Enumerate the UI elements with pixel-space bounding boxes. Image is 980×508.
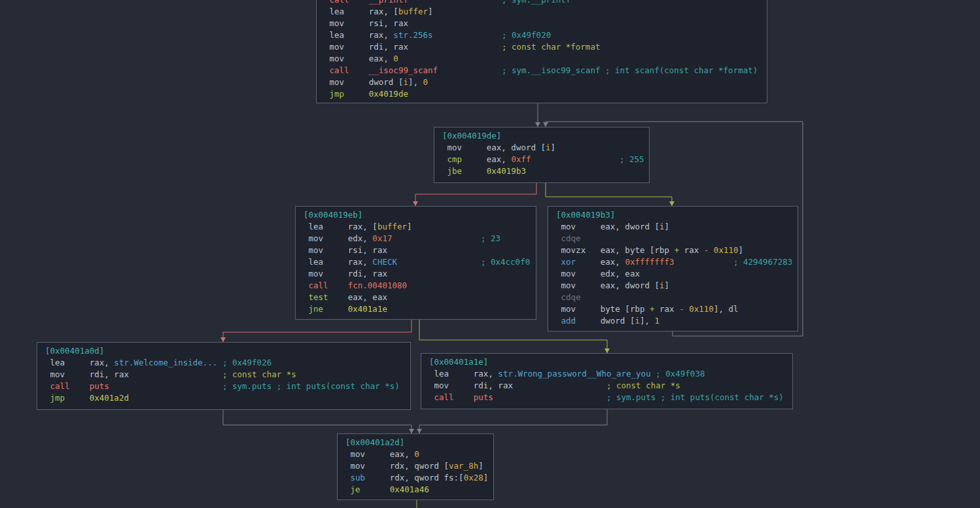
asm-token: mov rsi, rax — [324, 18, 408, 28]
asm-line: mov eax, 0 — [345, 449, 491, 460]
asm-line: jne 0x401a1e — [304, 303, 533, 315]
asm-line: mov rdi, rax ; const char *format — [324, 41, 764, 53]
asm-token: xor — [556, 257, 601, 267]
asm-token: 0x401a2d — [90, 393, 129, 403]
asm-token: mov rdi, rax — [429, 381, 513, 390]
asm-line: call fcn.00401080 — [304, 280, 533, 292]
asm-token: 0x401a46 — [390, 484, 429, 494]
asm-token: call __printf — [324, 0, 408, 5]
asm-token: 0 — [423, 77, 429, 87]
asm-token: buffer — [377, 222, 407, 231]
asm-token — [129, 369, 222, 379]
asm-token: 0 — [393, 54, 398, 63]
asm-line: lea rax, str.Wrong_password__Who_are_you… — [429, 368, 790, 380]
asm-line: cmp eax, 0xff ; 255 — [442, 154, 646, 165]
asm-line: jmp 0x4019de — [324, 88, 764, 100]
asm-token — [513, 381, 606, 390]
asm-line: mov eax, 0 — [324, 53, 764, 65]
asm-token: mov rdi, rax — [45, 369, 129, 379]
asm-token: ; sym.__printf — [502, 0, 570, 5]
asm-token: 0x4019de — [369, 89, 408, 99]
asm-token — [709, 245, 714, 255]
asm-token: ] — [483, 473, 489, 483]
asm-token: ; sym.puts ; int puts(const char *s) — [606, 392, 784, 402]
asm-token: cmp — [442, 154, 487, 164]
asm-token: mov rdx, qword [ — [345, 461, 449, 471]
asm-token: mov eax, dword [ — [442, 143, 546, 152]
asm-token: CHECK — [372, 257, 397, 267]
asm-token: cdqe — [556, 292, 581, 302]
asm-token — [392, 233, 480, 243]
asm-line: lea rax, CHECK ; 0x4cc0f0 — [304, 256, 533, 268]
asm-token: ; 23 — [481, 233, 500, 243]
asm-line: mov rdi, rax — [304, 268, 533, 280]
edge-arrowhead — [543, 122, 548, 127]
asm-line: mov rsi, rax — [324, 18, 764, 29]
basic-block-0x00401a0d[interactable]: [0x00401a0d] lea rax, str.Welcome_inside… — [37, 342, 411, 410]
asm-token: call fcn.00401080 — [304, 280, 407, 290]
basic-block-0x004019de[interactable]: [0x004019de] mov eax, dword [i] cmp eax,… — [434, 127, 650, 183]
asm-token — [217, 358, 222, 367]
asm-line: mov rdi, rax ; const char *s — [429, 380, 790, 392]
asm-token: i — [635, 316, 640, 326]
asm-line: test eax, eax — [304, 292, 533, 303]
asm-token: lea rax, — [324, 30, 393, 40]
asm-token: ], — [408, 77, 423, 87]
asm-token: lea rax, — [45, 358, 114, 367]
edge-arrowhead — [220, 337, 226, 342]
asm-token: 0xfffffff3 — [625, 257, 674, 267]
asm-line: je 0x401a46 — [345, 484, 491, 496]
edge-gray — [419, 409, 607, 433]
asm-token: 0x28 — [464, 473, 483, 483]
asm-token: ; 0x49f020 — [502, 30, 551, 40]
asm-token: ; 255 — [620, 154, 644, 164]
asm-line: mov edx, 0x17 ; 23 — [304, 233, 533, 245]
asm-token — [438, 65, 502, 75]
block-address-label: [0x004019b3] — [556, 209, 795, 221]
basic-block-0x00401a1e[interactable]: [0x00401a1e] lea rax, str.Wrong_password… — [421, 353, 793, 409]
block-address-label: [0x00401a1e] — [429, 356, 790, 368]
basic-block-0x004019b3[interactable]: [0x004019b3] mov eax, dword [i] cdqe mov… — [548, 206, 798, 331]
asm-token: jbe — [442, 166, 487, 176]
edge-gray — [223, 410, 411, 433]
asm-token: add — [556, 316, 601, 326]
asm-line: mov rdi, rax ; const char *s — [45, 369, 408, 381]
asm-token: 0x401a1e — [348, 304, 387, 314]
asm-token: ; 0x4cc0f0 — [481, 257, 530, 267]
asm-token: ] — [665, 280, 670, 290]
block-address-label: [0x004019de] — [442, 130, 646, 142]
asm-token: + — [650, 304, 655, 314]
asm-token: mov dword [ — [324, 77, 403, 87]
asm-token: 0xff — [511, 154, 531, 164]
block-address-label: [0x004019eb] — [304, 209, 533, 221]
basic-block-0x00401a2d[interactable]: [0x00401a2d] mov eax, 0 mov rdx, qword [… — [337, 433, 494, 500]
asm-token: i — [659, 280, 665, 290]
asm-token: 0x110 — [714, 245, 739, 255]
asm-token: call puts — [429, 392, 493, 402]
asm-token — [674, 257, 733, 267]
disassembly-graph-view: call __printf ; sym.__printf lea rax, [b… — [0, 0, 980, 508]
asm-token: call puts — [45, 381, 109, 391]
asm-line: movzx eax, byte [rbp + rax - 0x110] — [556, 245, 795, 256]
asm-token: test — [304, 292, 348, 302]
block-address-label: [0x00401a0d] — [45, 345, 408, 357]
asm-token: ] — [739, 245, 744, 255]
asm-token — [493, 392, 606, 402]
asm-token: lea rax, — [429, 369, 498, 379]
basic-block-entry-clipped[interactable]: call __printf ; sym.__printf lea rax, [b… — [316, 0, 767, 103]
asm-token: str.Welcome_inside... — [114, 358, 217, 367]
edge-arrowhead — [535, 122, 540, 127]
asm-token: ] — [428, 7, 433, 16]
asm-token: ; const char *s — [222, 369, 296, 379]
asm-token: lea rax, [ — [324, 7, 398, 16]
basic-block-0x004019eb[interactable]: [0x004019eb] lea rax, [buffer] mov edx, … — [295, 206, 536, 320]
asm-token: - — [679, 304, 684, 314]
asm-line: jmp 0x401a2d — [45, 392, 408, 404]
asm-token: dword [ — [601, 316, 635, 326]
asm-token: movzx eax, byte [rbp — [556, 245, 674, 255]
asm-line: lea rax, str.Welcome_inside... ; 0x49f02… — [45, 357, 408, 369]
asm-token: ; 0x49f026 — [222, 358, 271, 367]
asm-line: mov byte [rbp + rax - 0x110], dl — [556, 303, 795, 315]
asm-token: eax, — [601, 257, 625, 267]
asm-token: ], — [640, 316, 655, 326]
